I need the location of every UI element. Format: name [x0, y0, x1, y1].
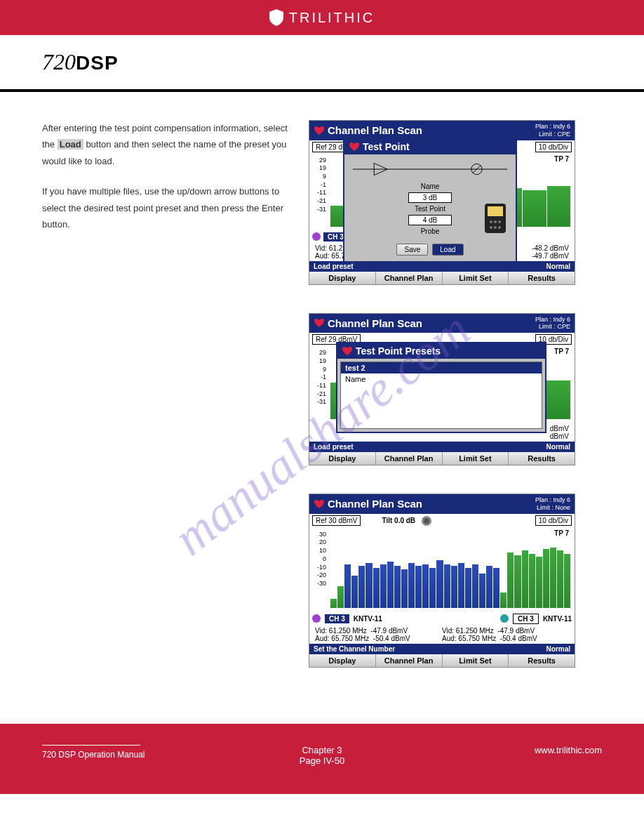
tp-value-input[interactable]: 3 dB	[408, 192, 452, 203]
softkey-limit-set[interactable]: Limit Set	[443, 654, 509, 667]
softkey-results[interactable]: Results	[509, 654, 575, 667]
tick: 9	[311, 173, 326, 181]
paragraph-2: If you have multiple files, use the up/d…	[42, 183, 295, 232]
status-bar: Load preset Normal	[309, 442, 575, 452]
marker-dot-teal[interactable]	[500, 614, 509, 623]
tp-name-label: Name	[421, 183, 440, 190]
p1-highlight-load: Load	[58, 139, 83, 150]
aud-freq-a: Aud: 65.750 MHz	[315, 635, 369, 642]
probe-label-text: Probe	[421, 227, 440, 235]
preset-item[interactable]: Name	[341, 373, 542, 385]
footer-right: www.trilithic.com	[415, 745, 602, 766]
softkey-row: Display Channel Plan Limit Set Results	[309, 452, 575, 465]
tick: -1	[311, 373, 326, 382]
screenshot-test-point: Channel Plan Scan Plan : Indy 6 Limit : …	[309, 120, 575, 285]
screenshot-scan-result: Channel Plan Scan Plan : Indy 6 Limit : …	[309, 494, 575, 668]
heart-icon	[314, 318, 325, 328]
vid-freq-b: Vid: 61.250 MHz	[442, 627, 494, 635]
svg-point-6	[490, 220, 492, 223]
softkey-channel-plan[interactable]: Channel Plan	[376, 272, 443, 284]
ref-level[interactable]: Ref 30 dBmV	[312, 515, 361, 526]
softkey-limit-set[interactable]: Limit Set	[443, 272, 509, 284]
status-mode: Normal	[546, 645, 570, 653]
top-bar: TRILITHIC	[0, 0, 644, 35]
heart-icon	[314, 126, 325, 135]
footer-left: 720 DSP Operation Manual	[42, 745, 229, 766]
screenshot-column: Channel Plan Scan Plan : Indy 6 Limit : …	[309, 120, 616, 710]
softkey-results[interactable]: Results	[509, 272, 575, 284]
plan-text: Plan : Indy 6	[535, 316, 570, 324]
load-button[interactable]: Load	[432, 244, 463, 256]
page-number: Page IV-50	[229, 755, 415, 766]
status-text: Load preset	[314, 263, 546, 270]
preset-list[interactable]: test 2 Name	[340, 362, 542, 429]
tick: 30	[311, 531, 326, 539]
meter-device-icon	[483, 202, 507, 234]
db-per-div[interactable]: 10 db/Div	[535, 142, 572, 152]
vid-freq-a: Vid: 61.250 MHz	[315, 627, 367, 635]
status-mode: Normal	[546, 443, 570, 451]
screenshot-presets: Channel Plan Scan Plan : Indy 6 Limit : …	[309, 313, 575, 466]
tilt-readout: Tilt 0.0 dB	[382, 517, 415, 524]
model-name: 720DSP	[42, 49, 119, 74]
softkey-display[interactable]: Display	[309, 452, 376, 465]
preset-item-selected[interactable]: test 2	[341, 362, 542, 373]
tick: 29	[311, 349, 326, 357]
softkey-limit-set[interactable]: Limit Set	[443, 452, 509, 465]
svg-point-9	[490, 226, 492, 229]
marker-dot-purple[interactable]	[312, 232, 321, 241]
svg-point-7	[494, 220, 497, 223]
softkey-results[interactable]: Results	[509, 452, 575, 465]
status-bar: Set the Channel Number Normal	[309, 644, 575, 654]
presets-popup: Test Point Presets test 2 Name	[336, 342, 546, 433]
screen-title: Channel Plan Scan	[328, 124, 535, 136]
channel-name-a: KNTV-11	[354, 615, 382, 623]
softkey-display[interactable]: Display	[309, 272, 376, 284]
popup-title: Test Point Presets	[356, 345, 441, 357]
tick: 19	[311, 357, 326, 366]
vid-level-b: -47.9 dBmV	[497, 627, 535, 635]
plan-limit-info: Plan : Indy 6 Limit : CPE	[535, 123, 570, 138]
softkey-display[interactable]: Display	[309, 654, 376, 667]
tick: -11	[311, 382, 326, 390]
marker-dot-purple[interactable]	[312, 614, 321, 623]
screen-title: Channel Plan Scan	[328, 498, 535, 510]
channel-label-a[interactable]: CH 3	[325, 614, 349, 623]
popup-title: Test Point	[363, 141, 410, 152]
save-button[interactable]: Save	[396, 244, 428, 256]
softkey-channel-plan[interactable]: Channel Plan	[376, 452, 443, 465]
shield-icon	[269, 9, 283, 26]
chart-area: 30 20 10 0 -10 -20 -30 TP 7	[309, 528, 575, 612]
heart-icon	[342, 346, 353, 356]
svg-rect-5	[488, 206, 503, 216]
softkey-row: Display Channel Plan Limit Set Results	[309, 654, 575, 667]
tick: -1	[311, 181, 326, 190]
channel-label-b[interactable]: CH 3	[513, 614, 539, 624]
status-text: Set the Channel Number	[314, 645, 546, 653]
test-point-popup: Test Point Name 3 dB Test Point 4 dB	[343, 138, 517, 263]
screen-title-bar: Channel Plan Scan Plan : Indy 6 Limit : …	[309, 314, 575, 333]
y-axis-ticks: 29 19 9 -1 -11 -21 -31	[311, 157, 326, 214]
softkey-channel-plan[interactable]: Channel Plan	[376, 654, 443, 667]
screen-top-controls: Ref 30 dBmV Tilt 0.0 dB 10 db/Div	[309, 514, 575, 528]
popup-button-row: Save Load	[350, 244, 510, 256]
popup-title-bar: Test Point	[344, 139, 516, 154]
brand-name: TRILITHIC	[289, 10, 375, 26]
popup-title-bar: Test Point Presets	[337, 343, 545, 359]
db-per-div[interactable]: 10 db/Div	[535, 515, 572, 526]
heart-icon	[314, 499, 325, 509]
plan-limit-info: Plan : Indy 6 Limit : CPE	[535, 316, 570, 331]
instruction-column: After entering the test point compensati…	[42, 120, 309, 710]
aud-level: dBmV	[315, 432, 569, 440]
paragraph-1: After entering the test point compensati…	[42, 120, 295, 169]
manual-title: 720 DSP Operation Manual	[42, 750, 229, 760]
probe-value-input[interactable]: 4 dB	[408, 215, 452, 225]
tilt-icon	[421, 515, 432, 527]
limit-text: Limit : None	[535, 504, 570, 512]
signal-path-diagram	[350, 160, 510, 178]
tick: -31	[311, 206, 326, 214]
vid-level-a: -47.9 dBmV	[370, 627, 408, 635]
aud-freq-b: Aud: 65.750 MHz	[442, 635, 496, 642]
footer-rule	[42, 745, 140, 746]
tick: 20	[311, 538, 326, 547]
